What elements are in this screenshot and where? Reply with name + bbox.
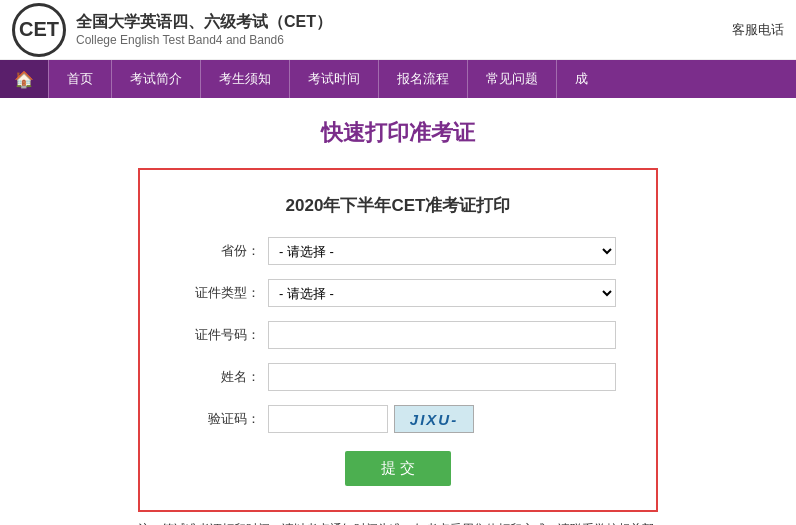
customer-service: 客服电话 (732, 21, 784, 39)
id-number-row: 证件号码： (180, 321, 616, 349)
print-form-container: 2020年下半年CET准考证打印 省份： - 请选择 - 证件类型： - 请选择… (138, 168, 658, 512)
name-label: 姓名： (180, 368, 260, 386)
province-select[interactable]: - 请选择 - (268, 237, 616, 265)
nav-item-schedule[interactable]: 考试时间 (289, 60, 378, 98)
captcha-row: 验证码： JIXU- (180, 405, 616, 433)
province-label: 省份： (180, 242, 260, 260)
id-type-row: 证件类型： - 请选择 - (180, 279, 616, 307)
name-input[interactable] (268, 363, 616, 391)
submit-button[interactable]: 提 交 (345, 451, 451, 486)
nav-item-intro[interactable]: 考试简介 (111, 60, 200, 98)
name-row: 姓名： (180, 363, 616, 391)
cet-logo: CET (12, 3, 66, 57)
captcha-group: JIXU- (268, 405, 474, 433)
captcha-image[interactable]: JIXU- (394, 405, 474, 433)
navigation-bar: 🏠 首页 考试简介 考生须知 考试时间 报名流程 常见问题 成 (0, 60, 796, 98)
nav-item-more[interactable]: 成 (556, 60, 606, 98)
submit-row: 提 交 (180, 451, 616, 486)
province-row: 省份： - 请选择 - (180, 237, 616, 265)
header-title-main: 全国大学英语四、六级考试（CET） (76, 12, 732, 33)
nav-item-notice[interactable]: 考生须知 (200, 60, 289, 98)
id-type-label: 证件类型： (180, 284, 260, 302)
page-header: CET 全国大学英语四、六级考试（CET） College English Te… (0, 0, 796, 60)
id-type-select[interactable]: - 请选择 - (268, 279, 616, 307)
notice-text: 注：笔试准考证打印时间：请以考点通知时间为准，如考点采用集体打印方式，请联系学校… (138, 520, 658, 525)
nav-item-home[interactable]: 首页 (48, 60, 111, 98)
nav-home-icon[interactable]: 🏠 (0, 60, 48, 98)
id-number-label: 证件号码： (180, 326, 260, 344)
page-title: 快速打印准考证 (40, 118, 756, 148)
header-title-block: 全国大学英语四、六级考试（CET） College English Test B… (76, 12, 732, 47)
header-title-sub: College English Test Band4 and Band6 (76, 33, 732, 47)
nav-item-registration[interactable]: 报名流程 (378, 60, 467, 98)
nav-item-faq[interactable]: 常见问题 (467, 60, 556, 98)
captcha-input[interactable] (268, 405, 388, 433)
form-title: 2020年下半年CET准考证打印 (180, 194, 616, 217)
id-number-input[interactable] (268, 321, 616, 349)
page-content: 快速打印准考证 2020年下半年CET准考证打印 省份： - 请选择 - 证件类… (0, 98, 796, 525)
captcha-label: 验证码： (180, 410, 260, 428)
